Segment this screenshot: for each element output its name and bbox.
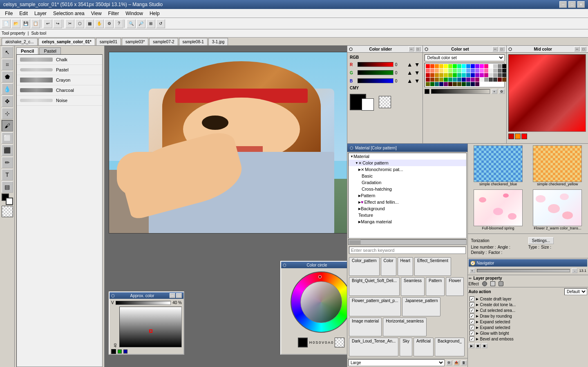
color-swatch[interactable] xyxy=(471,82,475,86)
nav-zoom-out[interactable]: - xyxy=(572,268,577,273)
aa-check-0[interactable]: ✓ xyxy=(470,296,474,301)
h-scrollbar-thumb[interactable] xyxy=(349,240,361,245)
aa-check-7[interactable]: ✓ xyxy=(470,336,474,341)
tree-texture[interactable]: Texture xyxy=(349,212,466,218)
color-swatch[interactable] xyxy=(502,69,506,73)
aa-stop-btn[interactable]: ⏹ xyxy=(475,343,481,348)
tag-seamless[interactable]: Seamless xyxy=(401,277,425,296)
color-swatch[interactable] xyxy=(475,82,479,86)
mc-swatch-3[interactable] xyxy=(521,133,527,139)
color-swatch[interactable] xyxy=(448,73,452,77)
aa-check-6[interactable]: ✓ xyxy=(470,331,474,336)
aa-check-4[interactable]: ✓ xyxy=(470,319,474,324)
material-search-input[interactable] xyxy=(349,247,466,254)
effect-toggle-2[interactable] xyxy=(490,281,495,286)
cset-min[interactable]: ─ xyxy=(492,47,498,51)
effect-toggle-3[interactable] xyxy=(499,281,503,286)
g-down[interactable]: ▼ xyxy=(414,69,420,76)
color-swatch[interactable] xyxy=(453,82,457,86)
color-swatch[interactable] xyxy=(457,82,461,86)
tree-basic[interactable]: Basic xyxy=(349,173,466,179)
h-scrollbar[interactable] xyxy=(348,239,467,245)
save-as-btn[interactable]: 📋 xyxy=(31,19,40,28)
color-swatch[interactable] xyxy=(475,64,479,68)
approx-grid[interactable] xyxy=(119,307,182,347)
color-swatch[interactable] xyxy=(444,69,448,73)
color-swatch[interactable] xyxy=(457,69,461,73)
bg-color-swatch[interactable] xyxy=(362,98,374,111)
color-swatch[interactable] xyxy=(430,64,434,68)
thumb-img-3[interactable] xyxy=(474,189,523,226)
tag-flower-pattern[interactable]: Flower_pattern_plant_p... xyxy=(349,297,401,316)
color-del-btn[interactable]: ⚙ xyxy=(499,89,505,94)
color-swap[interactable] xyxy=(2,194,13,205)
color-wheel[interactable] xyxy=(291,271,347,333)
color-swatch[interactable] xyxy=(444,64,448,68)
brush-item-crayon[interactable]: Crayon xyxy=(17,75,102,85)
tab-sample03[interactable]: sample03* xyxy=(122,38,148,45)
tag-pattern[interactable]: Pattern xyxy=(426,277,445,296)
zoom-slider[interactable] xyxy=(477,269,570,272)
r-up[interactable]: ▲ xyxy=(407,61,413,68)
color-swatch[interactable] xyxy=(453,78,457,82)
transparent-color[interactable] xyxy=(2,206,13,217)
save-btn[interactable]: 💾 xyxy=(21,19,30,28)
fit-btn[interactable]: ⊞ xyxy=(146,19,155,28)
canvas-area[interactable]: ⬡ Approx. color ─ □ V 40 % 40 xyxy=(105,46,347,367)
auto-action-dropdown[interactable]: Default xyxy=(564,288,587,295)
color-swatch[interactable] xyxy=(466,69,470,73)
move-tool[interactable]: ✥ xyxy=(2,96,13,107)
color-swatch[interactable] xyxy=(480,69,484,73)
brush-item-charcoal[interactable]: Charcoal xyxy=(17,85,102,96)
color-swatch[interactable] xyxy=(430,82,434,86)
aa-record-btn[interactable]: ⏺ xyxy=(482,343,487,348)
color-swatch[interactable] xyxy=(462,82,466,86)
tree-background[interactable]: ▶ Background xyxy=(349,205,466,212)
redo-btn[interactable]: ↪ xyxy=(53,19,62,28)
color-swatch[interactable] xyxy=(480,78,484,82)
color-swatch[interactable] xyxy=(471,78,475,82)
color-swatch[interactable] xyxy=(426,64,430,68)
cs-min[interactable]: ─ xyxy=(409,47,414,51)
tag-bright[interactable]: Bright_Quiet_Soft_Deli... xyxy=(349,277,400,296)
color-swatch[interactable] xyxy=(439,69,443,73)
color-swatch[interactable] xyxy=(484,69,488,73)
color-swatch[interactable] xyxy=(435,78,439,82)
fg-color[interactable] xyxy=(111,349,116,354)
color-swatch[interactable] xyxy=(498,64,502,68)
color-swatch[interactable] xyxy=(475,78,479,82)
color-add-btn[interactable]: + xyxy=(492,89,497,94)
brush-tab-pastel[interactable]: Pastel xyxy=(39,47,61,54)
cs-max[interactable]: □ xyxy=(415,47,421,51)
color-swatch[interactable] xyxy=(480,64,484,68)
color-swatch[interactable] xyxy=(489,69,493,73)
color-swatch[interactable] xyxy=(448,64,452,68)
color-swatch[interactable] xyxy=(502,64,506,68)
color-swatch[interactable] xyxy=(457,73,461,77)
rotate-btn[interactable]: ↺ xyxy=(156,19,165,28)
tag-japanese[interactable]: Japanese_pattern xyxy=(402,297,440,316)
aa-run-btn[interactable]: ▶ xyxy=(469,343,474,348)
mc-swatch-1[interactable] xyxy=(508,133,514,139)
b-down[interactable]: ▼ xyxy=(414,78,420,84)
canvas-image[interactable] xyxy=(109,52,347,234)
color-set-dropdown[interactable]: Default color set xyxy=(425,54,505,61)
color-swatch[interactable] xyxy=(430,73,434,77)
color-swatch[interactable] xyxy=(444,78,448,82)
color-swatch[interactable] xyxy=(435,73,439,77)
mc-swatch-2[interactable] xyxy=(515,133,521,139)
color-swatch[interactable] xyxy=(448,78,452,82)
tree-crosshatch[interactable]: Cross-hatching xyxy=(349,186,466,192)
brush-tab-pencil[interactable]: Pencil xyxy=(16,47,38,54)
tag-flower[interactable]: Flower xyxy=(446,277,464,296)
brush-item-chalk[interactable]: Chalk xyxy=(17,55,102,65)
pen-tool[interactable]: ✏ xyxy=(2,157,13,168)
fill-tool[interactable]: ⬛ xyxy=(2,145,13,156)
transform-tool[interactable]: ⊹ xyxy=(2,108,13,119)
gradient-tool[interactable]: ▤ xyxy=(2,181,13,193)
color-swatch[interactable] xyxy=(435,82,439,86)
color-swatch[interactable] xyxy=(426,69,430,73)
approx-max-btn[interactable]: □ xyxy=(176,293,182,298)
color-swatch[interactable] xyxy=(462,64,466,68)
tree-gradation[interactable]: Gradation xyxy=(349,179,466,186)
